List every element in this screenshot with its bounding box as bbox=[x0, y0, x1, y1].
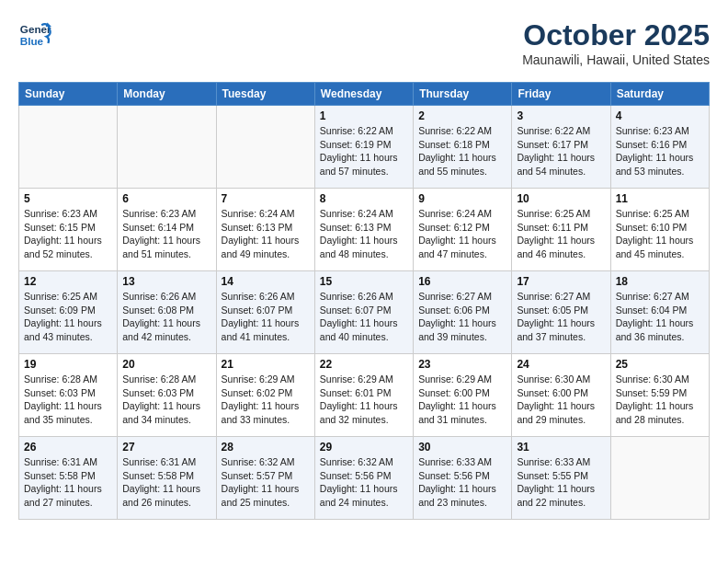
calendar-cell: 12Sunrise: 6:25 AM Sunset: 6:09 PM Dayli… bbox=[19, 271, 118, 354]
day-info: Sunrise: 6:25 AM Sunset: 6:10 PM Dayligh… bbox=[616, 207, 704, 261]
day-number: 15 bbox=[320, 275, 408, 288]
day-info: Sunrise: 6:26 AM Sunset: 6:07 PM Dayligh… bbox=[320, 290, 408, 344]
day-info: Sunrise: 6:23 AM Sunset: 6:16 PM Dayligh… bbox=[616, 124, 704, 178]
day-info: Sunrise: 6:29 AM Sunset: 6:02 PM Dayligh… bbox=[222, 373, 310, 427]
day-info: Sunrise: 6:31 AM Sunset: 5:58 PM Dayligh… bbox=[24, 455, 112, 510]
weekday-header-friday: Friday bbox=[512, 83, 610, 106]
calendar-cell: 28Sunrise: 6:32 AM Sunset: 5:57 PM Dayli… bbox=[216, 437, 314, 520]
weekday-header-monday: Monday bbox=[118, 83, 216, 106]
calendar-cell: 22Sunrise: 6:29 AM Sunset: 6:01 PM Dayli… bbox=[314, 354, 413, 437]
day-info: Sunrise: 6:32 AM Sunset: 5:57 PM Dayligh… bbox=[222, 455, 310, 510]
day-number: 1 bbox=[320, 109, 408, 122]
day-info: Sunrise: 6:26 AM Sunset: 6:08 PM Dayligh… bbox=[122, 290, 210, 344]
day-info: Sunrise: 6:27 AM Sunset: 6:05 PM Dayligh… bbox=[517, 290, 605, 344]
day-number: 11 bbox=[616, 192, 704, 205]
logo: General Blue bbox=[18, 18, 51, 52]
page-header: General Blue October 2025 Maunawili, Haw… bbox=[18, 18, 710, 67]
day-info: Sunrise: 6:27 AM Sunset: 6:06 PM Dayligh… bbox=[418, 290, 506, 344]
calendar-cell: 8Sunrise: 6:24 AM Sunset: 6:13 PM Daylig… bbox=[314, 189, 413, 271]
calendar-cell: 24Sunrise: 6:30 AM Sunset: 6:00 PM Dayli… bbox=[512, 354, 610, 437]
week-row-5: 26Sunrise: 6:31 AM Sunset: 5:58 PM Dayli… bbox=[19, 437, 710, 520]
day-info: Sunrise: 6:33 AM Sunset: 5:56 PM Dayligh… bbox=[418, 455, 506, 510]
day-info: Sunrise: 6:24 AM Sunset: 6:13 PM Dayligh… bbox=[320, 207, 408, 261]
day-info: Sunrise: 6:23 AM Sunset: 6:14 PM Dayligh… bbox=[122, 207, 210, 261]
weekday-header-tuesday: Tuesday bbox=[216, 83, 314, 106]
day-info: Sunrise: 6:29 AM Sunset: 6:00 PM Dayligh… bbox=[418, 373, 506, 427]
day-number: 9 bbox=[418, 192, 506, 205]
day-info: Sunrise: 6:28 AM Sunset: 6:03 PM Dayligh… bbox=[122, 373, 210, 427]
day-info: Sunrise: 6:24 AM Sunset: 6:13 PM Dayligh… bbox=[222, 207, 310, 261]
calendar-cell: 11Sunrise: 6:25 AM Sunset: 6:10 PM Dayli… bbox=[610, 189, 709, 271]
calendar-cell: 31Sunrise: 6:33 AM Sunset: 5:55 PM Dayli… bbox=[512, 437, 610, 520]
day-number: 12 bbox=[24, 275, 112, 288]
day-number: 29 bbox=[320, 441, 408, 454]
day-info: Sunrise: 6:27 AM Sunset: 6:04 PM Dayligh… bbox=[616, 290, 704, 344]
day-number: 17 bbox=[517, 275, 605, 288]
calendar-cell: 23Sunrise: 6:29 AM Sunset: 6:00 PM Dayli… bbox=[414, 354, 512, 437]
day-number: 4 bbox=[616, 109, 704, 122]
calendar-cell: 18Sunrise: 6:27 AM Sunset: 6:04 PM Dayli… bbox=[610, 271, 709, 354]
day-info: Sunrise: 6:28 AM Sunset: 6:03 PM Dayligh… bbox=[24, 373, 112, 427]
calendar-cell: 2Sunrise: 6:22 AM Sunset: 6:18 PM Daylig… bbox=[414, 106, 512, 189]
calendar-cell: 27Sunrise: 6:31 AM Sunset: 5:58 PM Dayli… bbox=[118, 437, 216, 520]
day-number: 31 bbox=[517, 441, 605, 454]
calendar-cell bbox=[216, 106, 314, 189]
day-number: 30 bbox=[418, 441, 506, 454]
day-info: Sunrise: 6:29 AM Sunset: 6:01 PM Dayligh… bbox=[320, 373, 408, 427]
day-info: Sunrise: 6:22 AM Sunset: 6:19 PM Dayligh… bbox=[320, 124, 408, 178]
day-info: Sunrise: 6:30 AM Sunset: 5:59 PM Dayligh… bbox=[616, 373, 704, 427]
calendar-cell: 13Sunrise: 6:26 AM Sunset: 6:08 PM Dayli… bbox=[118, 271, 216, 354]
calendar-cell: 16Sunrise: 6:27 AM Sunset: 6:06 PM Dayli… bbox=[414, 271, 512, 354]
day-number: 23 bbox=[418, 358, 506, 371]
day-number: 7 bbox=[222, 192, 310, 205]
calendar-cell: 17Sunrise: 6:27 AM Sunset: 6:05 PM Dayli… bbox=[512, 271, 610, 354]
day-number: 16 bbox=[418, 275, 506, 288]
day-info: Sunrise: 6:25 AM Sunset: 6:11 PM Dayligh… bbox=[517, 207, 605, 261]
day-info: Sunrise: 6:26 AM Sunset: 6:07 PM Dayligh… bbox=[222, 290, 310, 344]
calendar-cell: 15Sunrise: 6:26 AM Sunset: 6:07 PM Dayli… bbox=[314, 271, 413, 354]
month-title: October 2025 bbox=[522, 18, 710, 52]
calendar-cell: 5Sunrise: 6:23 AM Sunset: 6:15 PM Daylig… bbox=[19, 189, 118, 271]
logo-icon: General Blue bbox=[18, 18, 51, 52]
day-info: Sunrise: 6:22 AM Sunset: 6:17 PM Dayligh… bbox=[517, 124, 605, 178]
calendar-cell: 9Sunrise: 6:24 AM Sunset: 6:12 PM Daylig… bbox=[414, 189, 512, 271]
calendar-cell: 19Sunrise: 6:28 AM Sunset: 6:03 PM Dayli… bbox=[19, 354, 118, 437]
day-info: Sunrise: 6:33 AM Sunset: 5:55 PM Dayligh… bbox=[517, 455, 605, 510]
weekday-header-sunday: Sunday bbox=[19, 83, 118, 106]
day-number: 3 bbox=[517, 109, 605, 122]
day-info: Sunrise: 6:25 AM Sunset: 6:09 PM Dayligh… bbox=[24, 290, 112, 344]
title-block: October 2025 Maunawili, Hawaii, United S… bbox=[522, 18, 710, 67]
week-row-1: 1Sunrise: 6:22 AM Sunset: 6:19 PM Daylig… bbox=[19, 106, 710, 189]
day-number: 27 bbox=[122, 441, 210, 454]
day-info: Sunrise: 6:30 AM Sunset: 6:00 PM Dayligh… bbox=[517, 373, 605, 427]
weekday-header-saturday: Saturday bbox=[610, 83, 709, 106]
day-info: Sunrise: 6:22 AM Sunset: 6:18 PM Dayligh… bbox=[418, 124, 506, 178]
calendar-cell bbox=[19, 106, 118, 189]
day-number: 28 bbox=[222, 441, 310, 454]
day-number: 25 bbox=[616, 358, 704, 371]
calendar-cell: 4Sunrise: 6:23 AM Sunset: 6:16 PM Daylig… bbox=[610, 106, 709, 189]
day-number: 22 bbox=[320, 358, 408, 371]
day-number: 2 bbox=[418, 109, 506, 122]
day-info: Sunrise: 6:23 AM Sunset: 6:15 PM Dayligh… bbox=[24, 207, 112, 261]
day-number: 26 bbox=[24, 441, 112, 454]
day-info: Sunrise: 6:24 AM Sunset: 6:12 PM Dayligh… bbox=[418, 207, 506, 261]
day-info: Sunrise: 6:32 AM Sunset: 5:56 PM Dayligh… bbox=[320, 455, 408, 510]
day-number: 10 bbox=[517, 192, 605, 205]
calendar-cell: 29Sunrise: 6:32 AM Sunset: 5:56 PM Dayli… bbox=[314, 437, 413, 520]
day-number: 5 bbox=[24, 192, 112, 205]
day-number: 8 bbox=[320, 192, 408, 205]
calendar-cell: 21Sunrise: 6:29 AM Sunset: 6:02 PM Dayli… bbox=[216, 354, 314, 437]
day-number: 14 bbox=[222, 275, 310, 288]
calendar-cell bbox=[610, 437, 709, 520]
calendar-cell: 14Sunrise: 6:26 AM Sunset: 6:07 PM Dayli… bbox=[216, 271, 314, 354]
day-number: 20 bbox=[122, 358, 210, 371]
day-number: 24 bbox=[517, 358, 605, 371]
calendar-table: SundayMondayTuesdayWednesdayThursdayFrid… bbox=[18, 82, 710, 520]
weekday-header-wednesday: Wednesday bbox=[314, 83, 413, 106]
calendar-cell: 30Sunrise: 6:33 AM Sunset: 5:56 PM Dayli… bbox=[414, 437, 512, 520]
calendar-cell bbox=[118, 106, 216, 189]
day-number: 18 bbox=[616, 275, 704, 288]
day-number: 6 bbox=[122, 192, 210, 205]
calendar-cell: 25Sunrise: 6:30 AM Sunset: 5:59 PM Dayli… bbox=[610, 354, 709, 437]
